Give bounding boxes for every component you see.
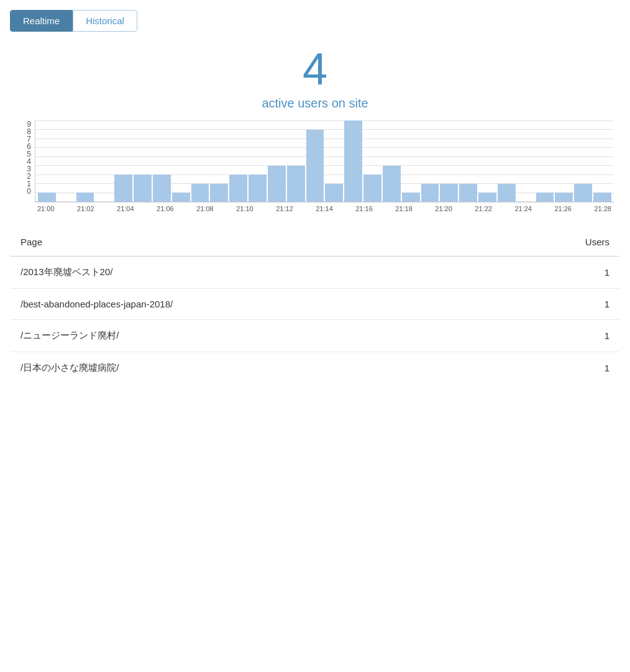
bar: [440, 184, 458, 202]
bar: [153, 175, 171, 202]
x-axis-label: 21:26: [554, 205, 572, 212]
col-users-header: Users: [495, 228, 619, 257]
bars-area: [35, 120, 614, 202]
bar-group: [517, 120, 535, 202]
bar: [421, 184, 439, 202]
bar: [229, 175, 247, 202]
bar-group: [191, 120, 209, 202]
table-row: /日本の小さな廃墟病院/1: [11, 352, 620, 384]
bar-group: [325, 120, 343, 202]
x-axis-label: 21:12: [276, 205, 293, 212]
bar: [459, 184, 477, 202]
bar-group: [440, 120, 458, 202]
users-cell: 1: [495, 320, 619, 352]
col-page-header: Page: [11, 228, 495, 257]
bar: [268, 166, 286, 202]
bar: [249, 175, 267, 202]
x-axis-label: 21:06: [157, 205, 174, 212]
x-axis: 21:0021:0221:0421:0621:0821:1021:1221:14…: [35, 202, 614, 212]
bar-group: [574, 120, 592, 202]
bar-group: [593, 120, 611, 202]
bar-group: [536, 120, 554, 202]
bar-group: [459, 120, 477, 202]
bar-group: [383, 120, 401, 202]
page-cell: /2013年廃墟ベスト20/: [11, 257, 495, 289]
bar-group: [229, 120, 247, 202]
bar: [306, 130, 324, 202]
x-axis-label: 21:24: [514, 205, 532, 212]
bar: [344, 120, 362, 202]
active-users-label: active users on site: [10, 96, 620, 111]
bar: [574, 184, 592, 202]
bar-group: [268, 120, 286, 202]
bar-group: [402, 120, 420, 202]
bar-group: [363, 120, 381, 202]
x-axis-label: 21:10: [236, 205, 253, 212]
table-row: /ニュージーランド廃村/1: [11, 320, 620, 352]
x-axis-label: 21:14: [316, 205, 333, 212]
x-axis-label: 21:20: [435, 205, 452, 212]
bar-group: [287, 120, 305, 202]
x-axis-label: 21:02: [77, 205, 94, 212]
bar: [76, 193, 94, 202]
bar-group: [344, 120, 362, 202]
page-cell: /best-abandoned-places-japan-2018/: [11, 289, 495, 320]
x-axis-label: 21:28: [594, 205, 611, 212]
bar-group: [421, 120, 439, 202]
bar: [134, 175, 152, 202]
bar: [210, 184, 228, 202]
bar: [498, 184, 516, 202]
bar-group: [114, 120, 132, 202]
bar-group: [555, 120, 573, 202]
bar-group: [306, 120, 324, 202]
tab-bar: Realtime Historical: [10, 10, 620, 32]
bar-group: [134, 120, 152, 202]
bar: [478, 193, 496, 202]
x-axis-label: 21:08: [196, 205, 214, 212]
bar: [363, 175, 381, 202]
tab-realtime[interactable]: Realtime: [10, 10, 73, 32]
bar-group: [57, 120, 75, 202]
bar-group: [76, 120, 94, 202]
table-row: /2013年廃墟ベスト20/1: [11, 257, 620, 289]
bar: [191, 184, 209, 202]
bar-group: [172, 120, 190, 202]
hero-section: 4 active users on site: [10, 47, 620, 111]
bar: [555, 193, 573, 202]
bar-group: [249, 120, 267, 202]
bar-group: [478, 120, 496, 202]
chart-container: 0123456789 21:0021:0221:0421:0621:0821:1…: [10, 120, 620, 212]
bar-group: [153, 120, 171, 202]
bar: [114, 175, 132, 202]
bar-group: [38, 120, 56, 202]
bar-group: [498, 120, 516, 202]
bar-group: [210, 120, 228, 202]
bar: [172, 193, 190, 202]
bar: [287, 166, 305, 202]
bar: [383, 166, 401, 202]
bar-group: [95, 120, 113, 202]
x-axis-label: 21:16: [355, 205, 373, 212]
active-users-count: 4: [10, 47, 620, 91]
bar: [402, 193, 420, 202]
bar: [325, 184, 343, 202]
bar: [593, 193, 611, 202]
x-axis-label: 21:04: [117, 205, 134, 212]
users-cell: 1: [495, 257, 619, 289]
users-cell: 1: [495, 289, 619, 320]
bars-wrapper: [35, 120, 614, 202]
tab-historical[interactable]: Historical: [73, 10, 137, 32]
bar: [38, 193, 56, 202]
bar: [536, 193, 554, 202]
y-axis: 0123456789: [16, 120, 35, 212]
page-cell: /ニュージーランド廃村/: [11, 320, 495, 352]
x-axis-label: 21:18: [395, 205, 413, 212]
x-axis-label: 21:22: [475, 205, 492, 212]
x-axis-label: 21:00: [37, 205, 55, 212]
page-cell: /日本の小さな廃墟病院/: [11, 352, 495, 384]
pages-table: Page Users /2013年廃墟ベスト20/1/best-abandone…: [10, 227, 620, 384]
y-axis-label: 0: [16, 188, 31, 195]
table-row: /best-abandoned-places-japan-2018/1: [11, 289, 620, 320]
users-cell: 1: [495, 352, 619, 384]
